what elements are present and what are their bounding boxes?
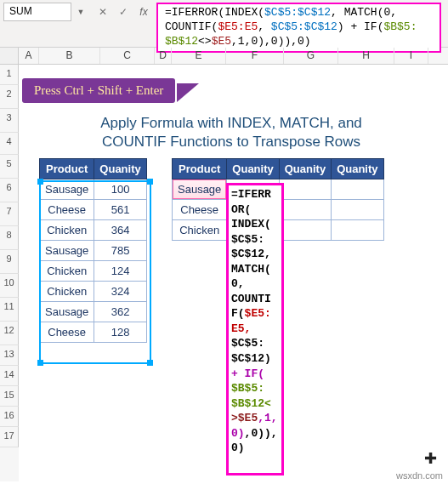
table-row[interactable]: Sausage362: [40, 302, 147, 322]
col-header-h[interactable]: H: [338, 48, 394, 64]
select-all-corner[interactable]: [0, 48, 19, 64]
row-header-16[interactable]: 16: [0, 407, 19, 427]
table-cell[interactable]: Sausage: [173, 179, 227, 200]
page-title: Apply Formula with INDEX, MATCH, and COU…: [61, 114, 401, 151]
table-cell[interactable]: Chicken: [173, 220, 227, 241]
callout-tooltip: Press Ctrl + Shift + Enter: [22, 78, 175, 103]
col-header-f[interactable]: F: [226, 48, 284, 64]
table-cell[interactable]: Cheese: [40, 322, 94, 343]
grid[interactable]: Press Ctrl + Shift + Enter Apply Formula…: [19, 65, 448, 481]
table2-header-0: Product: [173, 159, 227, 179]
table-cell[interactable]: 785: [94, 241, 146, 261]
row-header-12[interactable]: 12: [0, 322, 19, 345]
table-cell[interactable]: 561: [94, 200, 146, 220]
table-row[interactable]: Sausage785: [40, 241, 147, 261]
col-header-i[interactable]: I: [394, 48, 428, 64]
row-header-1[interactable]: 1: [0, 65, 19, 85]
row-header-4[interactable]: 4: [0, 133, 19, 155]
col-header-b[interactable]: B: [39, 48, 100, 64]
col-header-g[interactable]: G: [284, 48, 338, 64]
table2-header-2: Quanity: [279, 159, 331, 179]
table-cell[interactable]: 362: [94, 302, 146, 322]
table-cell[interactable]: 364: [94, 220, 146, 241]
formula-bar-buttons: ✕ ✓ fx: [94, 3, 153, 21]
table-cell[interactable]: Chicken: [40, 261, 94, 282]
active-cell-formula-overflow[interactable]: =IFERR OR( INDEX( $C$5: $C$12, MATCH( 0,…: [226, 183, 284, 475]
row-header-13[interactable]: 13: [0, 345, 19, 366]
table-row[interactable]: Chicken324: [40, 282, 147, 302]
table-cell[interactable]: Sausage: [40, 179, 94, 200]
table-cell[interactable]: [332, 179, 383, 200]
col-header-c[interactable]: C: [100, 48, 155, 64]
table-cell[interactable]: [279, 200, 331, 220]
formula-bar[interactable]: =IFERROR(INDEX($C$5:$C$12, MATCH(0, COUN…: [156, 3, 441, 53]
table-row[interactable]: Cheese561: [40, 200, 147, 220]
table-row[interactable]: Chicken124: [40, 261, 147, 282]
callout-tail-icon: [177, 83, 199, 102]
row-header-6[interactable]: 6: [0, 179, 19, 202]
source-table: Product Quanity Sausage100Cheese561Chick…: [39, 158, 147, 343]
col-header-a[interactable]: A: [19, 48, 39, 64]
row-header-5[interactable]: 5: [0, 155, 19, 179]
table-cell[interactable]: Sausage: [40, 241, 94, 261]
table1-header-product: Product: [40, 159, 94, 179]
table-cell[interactable]: 324: [94, 282, 146, 302]
table-cell[interactable]: [332, 200, 383, 220]
col-header-e[interactable]: E: [172, 48, 226, 64]
cursor-icon: ✚: [424, 449, 437, 468]
fx-icon[interactable]: fx: [134, 3, 153, 21]
table-row[interactable]: Chicken364: [40, 220, 147, 241]
formula-bar-row: SUM ▼ ✕ ✓ fx =IFERROR(INDEX($C$5:$C$12, …: [0, 0, 448, 48]
row-header-9[interactable]: 9: [0, 250, 19, 274]
table-cell[interactable]: Cheese: [40, 200, 94, 220]
row-header-17[interactable]: 17: [0, 427, 19, 447]
table-cell[interactable]: 128: [94, 322, 146, 343]
row-header-8[interactable]: 8: [0, 226, 19, 250]
row-header-11[interactable]: 11: [0, 298, 19, 322]
table2-header-3: Quanity: [332, 159, 383, 179]
table-row[interactable]: Sausage100: [40, 179, 147, 200]
row-header-2[interactable]: 2: [0, 85, 19, 109]
table1-header-quantity: Quanity: [94, 159, 146, 179]
table-cell[interactable]: 100: [94, 179, 146, 200]
row-header-7[interactable]: 7: [0, 202, 19, 226]
table-cell[interactable]: Sausage: [40, 302, 94, 322]
table2-header-1: Quanity: [227, 159, 279, 179]
name-box[interactable]: SUM: [3, 3, 71, 21]
cancel-icon[interactable]: ✕: [94, 3, 112, 21]
row-header-15[interactable]: 15: [0, 386, 19, 407]
table-cell[interactable]: [279, 220, 331, 241]
row-header-14[interactable]: 14: [0, 366, 19, 386]
table-cell[interactable]: Chicken: [40, 220, 94, 241]
table-cell[interactable]: [279, 179, 331, 200]
table-cell[interactable]: Cheese: [173, 200, 227, 220]
table-cell[interactable]: 124: [94, 261, 146, 282]
name-box-dropdown-icon[interactable]: ▼: [75, 3, 87, 21]
column-headers: A B C D E F G H I: [0, 48, 448, 65]
row-headers: 1234567891011121314151617: [0, 65, 19, 481]
table-row[interactable]: Cheese128: [40, 322, 147, 343]
table-cell[interactable]: Chicken: [40, 282, 94, 302]
enter-icon[interactable]: ✓: [114, 3, 133, 21]
table-cell[interactable]: [332, 220, 383, 241]
row-header-3[interactable]: 3: [0, 109, 19, 133]
watermark: wsxdn.com: [396, 470, 443, 481]
row-header-10[interactable]: 10: [0, 274, 19, 298]
col-header-d[interactable]: D: [155, 48, 172, 64]
